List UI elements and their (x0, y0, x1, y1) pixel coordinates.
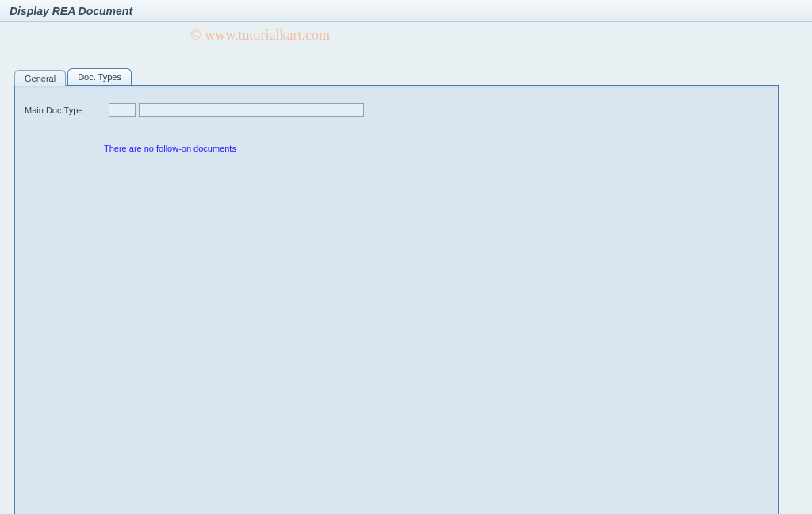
tab-panel-doc-types: Main Doc.Type There are no follow-on doc… (14, 85, 779, 514)
toolbar-strip (0, 22, 812, 46)
form-row-main-doc-type: Main Doc.Type (23, 103, 778, 117)
page-title: Display REA Document (10, 5, 132, 17)
tab-general[interactable]: General (14, 70, 66, 86)
main-doc-type-code-input[interactable] (109, 103, 136, 117)
tab-container: General Doc. Types Main Doc.Type There a… (14, 68, 812, 514)
main-doc-type-label: Main Doc.Type (23, 105, 109, 115)
tab-label: General (25, 74, 56, 83)
tab-doc-types[interactable]: Doc. Types (67, 68, 132, 85)
tab-strip: General Doc. Types (14, 68, 812, 85)
main-doc-type-desc-input[interactable] (139, 103, 364, 117)
info-message: There are no follow-on documents (23, 144, 778, 153)
header-bar: Display REA Document (0, 0, 812, 22)
tab-label: Doc. Types (78, 72, 121, 82)
